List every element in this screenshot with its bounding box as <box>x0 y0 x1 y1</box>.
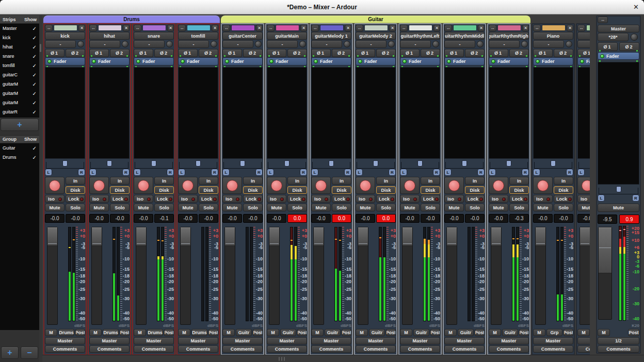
record-enable-button[interactable] <box>489 177 508 194</box>
add-strip-button[interactable]: + <box>1 119 39 131</box>
output-button[interactable]: 1/2 <box>598 337 639 344</box>
comments-button[interactable]: Comments <box>489 345 529 353</box>
narrow-strip-icon[interactable]: ↔ <box>178 25 186 31</box>
pan-left-button[interactable]: L <box>222 169 230 176</box>
lock-button[interactable]: Lock <box>421 195 440 203</box>
iso-button[interactable]: Iso <box>577 195 590 203</box>
pan-right-button[interactable]: R <box>167 169 174 176</box>
disk-button[interactable]: Disk <box>332 186 351 194</box>
lock-button[interactable]: Lock <box>154 195 174 203</box>
fader-processor[interactable]: Fader <box>311 57 351 65</box>
strip-name-button[interactable]: hihat <box>89 32 130 40</box>
iso-button[interactable]: Iso <box>533 195 553 203</box>
trim-knob[interactable] <box>299 41 306 47</box>
disk-button[interactable]: Disk <box>421 186 440 194</box>
pan-left-button[interactable]: L <box>45 169 52 176</box>
lock-button[interactable]: Lock <box>199 195 218 203</box>
lock-button[interactable]: Lock <box>110 195 130 203</box>
strip-color-bar[interactable] <box>320 25 344 31</box>
group-button[interactable]: Guitr <box>413 329 429 336</box>
narrow-strip-icon[interactable]: ↔ <box>45 25 53 31</box>
fader-slider[interactable] <box>402 227 413 325</box>
fader-slider[interactable] <box>313 227 324 325</box>
output-button[interactable]: Master <box>444 337 485 344</box>
record-enable-button[interactable] <box>356 177 375 194</box>
solo-button[interactable]: Solo <box>509 204 529 211</box>
record-enable-button[interactable] <box>222 177 242 194</box>
group-tab-guitar[interactable]: Guitar <box>221 15 530 23</box>
comments-button[interactable]: Comments <box>89 345 130 353</box>
check-icon[interactable]: ✓ <box>33 145 37 151</box>
pan-handle[interactable] <box>284 160 289 167</box>
pan-left-button[interactable]: L <box>311 169 318 176</box>
metering-point-button[interactable]: Post <box>564 329 573 336</box>
strip-color-bar[interactable] <box>98 25 122 31</box>
pan-handle[interactable] <box>616 186 621 192</box>
trim-knob[interactable] <box>211 41 217 47</box>
comments-button[interactable]: Comments <box>577 345 590 353</box>
peak-display[interactable]: 0.0 <box>287 214 307 223</box>
strips-list-item[interactable]: guitarC✓ <box>0 70 39 79</box>
metering-point-button[interactable]: Post <box>297 329 307 336</box>
pan-left-button[interactable]: L <box>134 169 141 176</box>
record-enable-button[interactable] <box>267 177 286 194</box>
disk-button[interactable]: Disk <box>554 186 573 194</box>
disk-button[interactable]: Disk <box>376 186 396 194</box>
trim-button[interactable]: - <box>533 40 564 48</box>
pan-handle[interactable] <box>462 160 467 167</box>
metering-point-button[interactable]: Post <box>430 329 440 336</box>
strip-color-bar[interactable] <box>231 25 255 31</box>
disk-button[interactable]: Disk <box>509 186 529 194</box>
pan-widget[interactable]: LR <box>178 160 218 176</box>
strip-name-button[interactable]: st <box>577 32 590 40</box>
mute-button[interactable]: Mute <box>400 204 420 211</box>
narrow-strip-icon[interactable]: ↔ <box>222 25 230 31</box>
strip-color-bar[interactable] <box>364 25 388 31</box>
strip-name-button[interactable]: tomfill <box>178 32 218 40</box>
record-enable-button[interactable] <box>311 177 331 194</box>
pan-handle[interactable] <box>62 160 68 167</box>
narrow-strip-icon[interactable]: ↔ <box>533 25 541 31</box>
pan-handle[interactable] <box>240 160 245 167</box>
pan-left-button[interactable]: L <box>89 169 96 176</box>
fader-processor[interactable]: Fader <box>89 57 130 65</box>
fader-processor[interactable]: Fader <box>489 57 529 65</box>
trim-button[interactable]: - <box>222 40 253 48</box>
pan-right-button[interactable]: R <box>477 169 485 176</box>
pan-handle[interactable] <box>196 160 201 167</box>
record-enable-button[interactable] <box>444 177 464 194</box>
fader-handle[interactable] <box>225 227 235 246</box>
mute-button[interactable]: Mute <box>89 204 109 211</box>
trim-knob[interactable] <box>477 41 484 47</box>
strip-name-button[interactable]: guitarMelody 2 <box>356 32 396 40</box>
pan-widget[interactable]: LR <box>89 160 130 176</box>
strip-color-bar[interactable] <box>542 25 566 31</box>
pan-handle[interactable] <box>417 160 423 167</box>
fader-processor[interactable]: Fader <box>267 57 307 65</box>
pan-widget[interactable]: LR <box>356 160 396 176</box>
solo-button[interactable]: Solo <box>110 204 130 211</box>
mute-button[interactable]: Mute <box>222 204 242 211</box>
phase-1-button[interactable]: Ø1 <box>598 42 618 51</box>
pan-widget[interactable]: LR <box>45 160 85 176</box>
trim-button[interactable]: - <box>577 40 590 48</box>
pan-handle[interactable] <box>373 160 378 167</box>
mono-button[interactable]: M <box>222 329 235 336</box>
trim-knob[interactable] <box>432 41 439 47</box>
check-icon[interactable]: ✓ <box>33 72 37 78</box>
fader-slider[interactable] <box>535 227 546 325</box>
metering-point-button[interactable]: Post <box>519 329 529 336</box>
peak-display[interactable]: -0.0 <box>243 214 263 223</box>
metering-point-button[interactable]: Post <box>342 329 351 336</box>
mono-button[interactable]: M <box>134 329 146 336</box>
peak-display[interactable]: -0.0 <box>66 214 85 223</box>
solo-button[interactable]: Solo <box>243 204 263 211</box>
strip-name-button[interactable]: guitarMelody 1 <box>311 32 351 40</box>
narrow-strip-icon[interactable]: ↔ <box>356 25 363 31</box>
output-button[interactable]: Master <box>489 337 529 344</box>
mute-button[interactable]: Mute <box>134 204 153 211</box>
lock-button[interactable]: Lock <box>287 195 307 203</box>
processor-box[interactable] <box>89 67 130 159</box>
trim-knob[interactable] <box>388 41 395 47</box>
comments-button[interactable]: Comments <box>598 345 639 353</box>
